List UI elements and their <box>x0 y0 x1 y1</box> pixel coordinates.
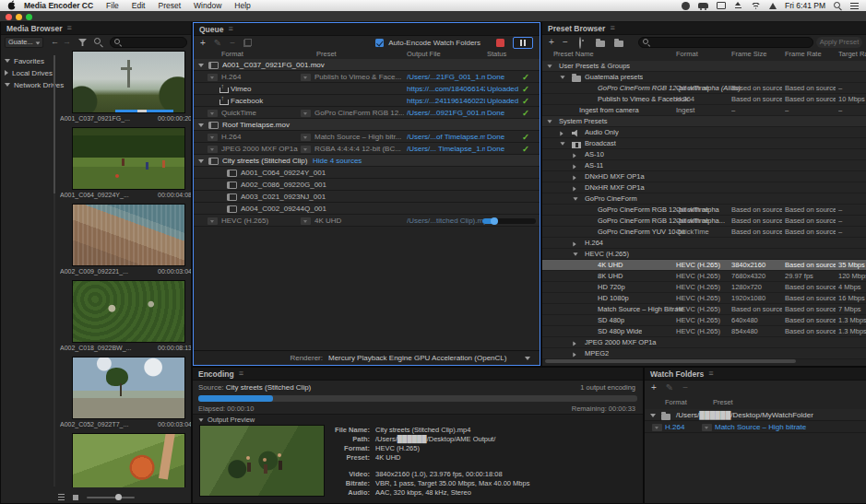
close-window-button[interactable] <box>6 14 12 20</box>
clip-item[interactable]: A002_C018_0922BW_...00:00:08:13 <box>60 280 191 355</box>
clip-item[interactable]: A002_C009_092221_...00:00:03:04 <box>60 204 191 278</box>
menu-item[interactable]: Window <box>187 1 228 10</box>
thumbnail-view-icon[interactable] <box>73 495 78 500</box>
minimize-window-button[interactable] <box>16 14 22 20</box>
collapse-icon[interactable] <box>547 64 552 67</box>
preset-dropdown[interactable] <box>301 134 311 141</box>
circle-app-icon[interactable] <box>682 2 690 10</box>
watch-folder-row[interactable]: /Users/██████/Desktop/MyWatchFolder <box>645 409 866 421</box>
format-dropdown[interactable] <box>208 146 218 153</box>
preset-dropdown[interactable] <box>301 217 311 225</box>
tab-watch-folders[interactable]: Watch Folders <box>650 369 704 379</box>
format-dropdown[interactable] <box>208 74 218 81</box>
collapse-icon[interactable] <box>560 142 564 145</box>
preset-dropdown[interactable] <box>702 424 712 431</box>
queue-row-source[interactable]: A003_C021_0923NJ_001 <box>194 191 540 203</box>
edit-watch-folder-button[interactable]: ✎ <box>666 383 673 393</box>
output-link[interactable]: /Users/... Timelapse_1.mxf <box>407 143 485 155</box>
apple-menu-icon[interactable] <box>7 0 17 12</box>
thumbnail-size-slider[interactable] <box>87 497 135 498</box>
preset-row[interactable]: System Presets <box>542 116 866 127</box>
menu-item[interactable]: Edit <box>125 1 152 10</box>
preset-row[interactable]: AS-10 <box>542 149 866 160</box>
preset-row[interactable]: Audio Only <box>542 127 866 138</box>
format-dropdown[interactable] <box>652 424 662 431</box>
queue-row-encode[interactable]: QuickTimeGoPro CineForm RGB 12.../Users/… <box>194 107 540 119</box>
menu-app-name[interactable]: Media Encoder CC <box>17 1 100 10</box>
output-link[interactable]: /Users/...0921FG_001.mov <box>407 107 485 119</box>
clip-thumbnail[interactable] <box>72 204 185 266</box>
preset-row[interactable]: HD 1080pHEVC (H.265)1920x1080Based on so… <box>542 293 866 304</box>
preset-row[interactable]: JPEG 2000 MXF OP1a <box>542 337 866 348</box>
clip-item[interactable]: A001_C037_0921FG_...00:00:00:20 <box>60 51 191 125</box>
preset-row[interactable]: Publish to Vimeo & FacebookH.264Based on… <box>542 94 866 105</box>
queue-row-encode[interactable]: H.264Match Source – High bitr.../Users/.… <box>194 131 540 143</box>
preset-dropdown[interactable] <box>301 146 311 153</box>
preset-row[interactable]: AS-11 <box>542 160 866 171</box>
watch-folder-preset-row[interactable]: H.264 Match Source – High bitrate <box>645 421 866 433</box>
format-dropdown[interactable] <box>208 134 218 141</box>
stop-queue-button[interactable] <box>496 39 504 47</box>
collapse-icon[interactable] <box>5 83 10 87</box>
format-dropdown[interactable] <box>208 217 218 225</box>
tab-queue[interactable]: Queue <box>199 25 223 34</box>
sidebar-item-local-drives[interactable]: Local Drives <box>5 67 53 78</box>
van-app-icon[interactable] <box>698 3 708 8</box>
queue-row-upload[interactable]: Vimeohttps://...com/184066142Uploaded✓ <box>194 83 540 95</box>
expand-icon[interactable] <box>573 153 575 158</box>
wifi-icon[interactable] <box>751 2 761 9</box>
horizontal-scrollbar[interactable] <box>545 359 796 363</box>
preset-row[interactable]: H.264 <box>542 238 866 249</box>
watch-format[interactable]: H.264 <box>665 421 684 433</box>
clip-item[interactable]: A002_C052_0922T7_...00:00:03:04 <box>60 357 191 431</box>
preset-row[interactable]: DNxHR MXF OP1a <box>542 182 866 193</box>
preset-row[interactable]: GoPro CineForm RGB 12-bit with alphaQuic… <box>542 205 866 216</box>
collapse-icon[interactable] <box>547 120 552 123</box>
duplicate-icon[interactable] <box>243 39 252 47</box>
output-link[interactable]: /Users/...21FG_001_1.mp4 <box>407 71 485 83</box>
list-view-icon[interactable] <box>58 494 65 500</box>
preset-row[interactable]: Match Source – High BitrateHEVC (H.265)B… <box>542 304 866 315</box>
clip-thumbnail[interactable] <box>72 357 185 419</box>
expand-icon[interactable] <box>573 186 575 191</box>
clip-thumbnail[interactable] <box>72 51 185 113</box>
format-dropdown[interactable] <box>208 110 218 117</box>
collapse-icon[interactable] <box>650 414 656 417</box>
queue-row-encode[interactable]: H.264Publish to Vimeo & Face.../Users/..… <box>194 71 540 83</box>
panel-menu-icon[interactable]: ≡ <box>66 24 71 32</box>
queue-row-source[interactable]: A002_C086_09220G_001 <box>194 179 540 191</box>
auto-encode-checkbox[interactable] <box>375 39 384 47</box>
queue-row-encode[interactable]: JPEG 2000 MXF OP1aRGBA 4:4:4:4 12-bit (B… <box>194 143 540 155</box>
edit-button[interactable]: ✎ <box>214 39 221 48</box>
clip-item[interactable] <box>60 433 191 487</box>
collapse-icon[interactable] <box>560 76 564 78</box>
clip-thumbnail[interactable] <box>72 280 185 343</box>
clip-thumbnail[interactable] <box>72 127 185 190</box>
collapse-icon[interactable] <box>5 59 10 63</box>
clip-thumbnail[interactable] <box>72 433 185 487</box>
collapse-icon[interactable] <box>198 123 204 127</box>
toggle-sources-link[interactable]: Hide 4 sources <box>313 155 362 167</box>
preset-row[interactable]: 8K UHDHEVC (H.265)7680x432029.97 fps120 … <box>542 271 866 282</box>
slider-knob[interactable] <box>115 494 122 500</box>
preset-row[interactable]: HD 720pHEVC (H.265)1280x720Based on sour… <box>542 282 866 293</box>
watch-preset[interactable]: Match Source – High bitrate <box>715 421 806 433</box>
queue-row-group[interactable]: A001_C037_0921FG_001.mov <box>194 59 540 71</box>
forward-icon[interactable]: → <box>63 36 71 48</box>
expand-icon[interactable] <box>573 241 575 246</box>
preset-row[interactable]: GoPro CineForm RGB 12-bit with alpha...Q… <box>542 216 866 227</box>
queue-row-source[interactable]: A004_C002_09244Q_001 <box>194 203 540 215</box>
pause-queue-button[interactable] <box>513 37 533 49</box>
collapse-icon[interactable] <box>573 252 577 255</box>
clip-item[interactable]: A001_C064_09224Y_...00:00:04:08 <box>60 127 191 202</box>
collapse-icon[interactable] <box>198 418 203 421</box>
remove-button[interactable]: − <box>230 39 235 48</box>
menu-item[interactable]: File <box>100 1 125 10</box>
preset-row[interactable]: Ingest from cameraIngest––– <box>542 105 866 116</box>
queue-row-group[interactable]: Roof Timelapse.mov <box>194 119 540 131</box>
collapse-icon[interactable] <box>198 159 204 163</box>
output-link[interactable]: https://...com/184066142 <box>407 83 485 95</box>
eject-icon[interactable] <box>734 2 742 9</box>
sidebar-item-favorites[interactable]: Favorites <box>5 55 44 66</box>
preset-row[interactable]: SD 480p WideHEVC (H.265)854x480Based on … <box>542 326 866 337</box>
